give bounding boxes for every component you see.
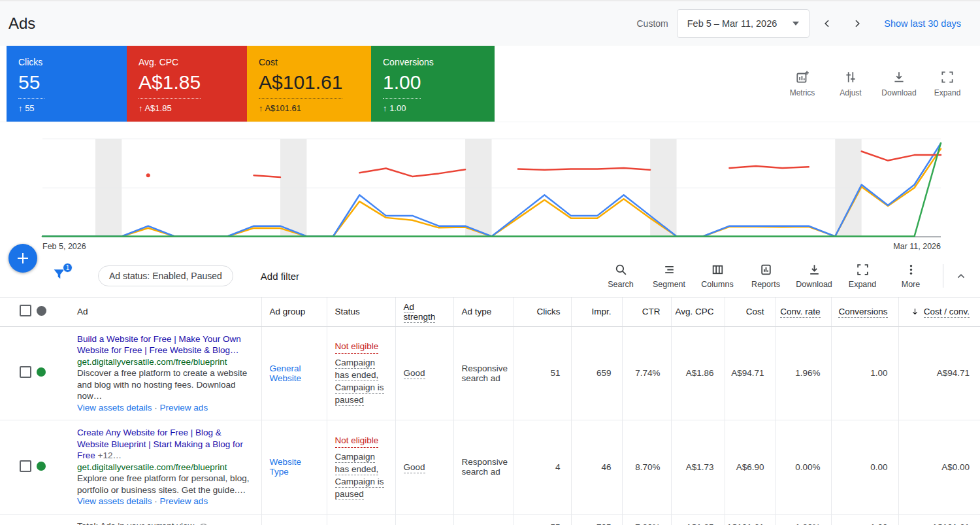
add-filter-button[interactable]: Add filter bbox=[261, 271, 299, 282]
scorecard-delta: 1.00 bbox=[389, 103, 406, 113]
column-header-cost[interactable]: Cost bbox=[746, 307, 764, 316]
reports-button[interactable]: Reports bbox=[742, 263, 790, 289]
conversions-value: 0.00 bbox=[870, 462, 887, 472]
table-row: Create Any Website for Free | Blog & Web… bbox=[0, 420, 980, 515]
scorecard-clicks[interactable]: Clicks 55 ↑ 55 bbox=[7, 46, 127, 122]
filter-button[interactable]: 1 bbox=[52, 267, 68, 284]
tool-label: Expand bbox=[929, 88, 966, 97]
scorecard-delta: A$1.85 bbox=[144, 103, 171, 113]
scorecard-cost[interactable]: Cost A$101.61 ↑ A$101.61 bbox=[247, 46, 371, 122]
column-header-avg-cpc[interactable]: Avg. CPC bbox=[675, 307, 713, 316]
tool-label: Download bbox=[881, 88, 917, 97]
cost-per-conv-value: A$0.00 bbox=[941, 462, 970, 472]
toolbar-divider bbox=[943, 264, 943, 288]
expand-icon bbox=[940, 70, 955, 84]
adjust-icon bbox=[843, 70, 858, 84]
preview-ads-link[interactable]: Preview ads bbox=[160, 403, 208, 413]
date-custom-label: Custom bbox=[637, 18, 668, 29]
status-not-eligible[interactable]: Not eligible bbox=[335, 434, 379, 448]
tool-label: Columns bbox=[693, 280, 742, 289]
conv-rate-value: 1.96% bbox=[795, 368, 820, 378]
add-ad-fab-button[interactable] bbox=[8, 244, 37, 273]
column-header-ad-type[interactable]: Ad type bbox=[462, 307, 492, 316]
show-last-30-days-link[interactable]: Show last 30 days bbox=[884, 18, 961, 29]
enabled-status-dot bbox=[37, 462, 46, 471]
view-assets-details-link[interactable]: View assets details bbox=[77, 403, 152, 413]
scorecard-delta: A$101.61 bbox=[265, 103, 301, 113]
date-next-button[interactable] bbox=[845, 11, 870, 36]
scorecard-label: Clicks bbox=[18, 57, 119, 67]
column-header-ad-strength[interactable]: Ad strength bbox=[404, 302, 436, 323]
chevron-up-icon bbox=[955, 270, 967, 282]
search-button[interactable]: Search bbox=[596, 263, 645, 289]
view-assets-details-link[interactable]: View assets details bbox=[77, 496, 152, 506]
ad-strength-value[interactable]: Good bbox=[404, 368, 425, 379]
scorecard-label: Avg. CPC bbox=[139, 57, 239, 67]
status-reason[interactable]: Campaign is paused bbox=[335, 477, 384, 500]
scorecard-conversions[interactable]: Conversions 1.00 ↑ 1.00 bbox=[371, 46, 495, 122]
arrow-up-icon: ↑ bbox=[383, 103, 387, 113]
metrics-icon bbox=[795, 70, 809, 84]
column-header-cost-conv[interactable]: Cost / conv. bbox=[924, 307, 970, 318]
filter-count-badge: 1 bbox=[63, 263, 73, 273]
metrics-button[interactable]: Metrics bbox=[784, 70, 821, 97]
column-header-conversions[interactable]: Conversions bbox=[838, 307, 887, 318]
ad-strength-value[interactable]: Good bbox=[404, 462, 425, 473]
tool-label: Search bbox=[596, 280, 645, 289]
total-avg-cpc: A$1.85 bbox=[686, 522, 714, 525]
ad-headline: Build a Website for Free | Make Your Own… bbox=[77, 334, 241, 356]
scorecard-avg-cpc[interactable]: Avg. CPC A$1.85 ↑ A$1.85 bbox=[127, 46, 247, 122]
performance-chart-section: Feb 5, 2026 Mar 11, 2026 bbox=[0, 122, 980, 255]
conversions-value: 1.00 bbox=[870, 368, 887, 378]
page-title: Ads bbox=[8, 14, 35, 33]
status-reason[interactable]: Campaign has ended, bbox=[335, 452, 379, 475]
tool-label: More bbox=[887, 280, 935, 289]
scorecard-strip: Clicks 55 ↑ 55 Avg. CPC A$1.85 ↑ A$1.85 … bbox=[0, 46, 980, 122]
column-header-ad[interactable]: Ad bbox=[77, 307, 88, 316]
column-header-status[interactable]: Status bbox=[335, 307, 360, 316]
scorecard-label: Cost bbox=[259, 57, 363, 67]
ad-description: Explore one free platform for personal, … bbox=[77, 473, 249, 495]
scorecard-value: 55 bbox=[18, 71, 44, 99]
arrow-up-icon: ↑ bbox=[259, 103, 263, 113]
download-icon bbox=[808, 263, 821, 277]
chart-toolbar: Metrics Adjust Download Expand bbox=[784, 70, 980, 97]
download-button[interactable]: Download bbox=[881, 70, 917, 97]
scorecard-value: 1.00 bbox=[383, 71, 421, 99]
ad-group-link[interactable]: General Website bbox=[270, 364, 302, 383]
cost-per-conv-value: A$94.71 bbox=[937, 368, 970, 378]
tool-label: Metrics bbox=[784, 88, 821, 97]
performance-chart[interactable] bbox=[42, 139, 941, 237]
segment-button[interactable]: Segment bbox=[645, 263, 693, 289]
collapse-table-button[interactable] bbox=[951, 266, 971, 286]
date-range-picker[interactable]: Feb 5 – Mar 11, 2026 bbox=[677, 9, 810, 38]
more-button[interactable]: More bbox=[887, 263, 935, 289]
ad-group-link[interactable]: Website Type bbox=[270, 457, 302, 477]
row-checkbox[interactable] bbox=[20, 366, 31, 378]
status-not-eligible[interactable]: Not eligible bbox=[335, 340, 379, 354]
expand-table-button[interactable]: Expand bbox=[838, 263, 887, 289]
column-header-ad-group[interactable]: Ad group bbox=[270, 307, 306, 316]
scorecard-value: A$1.85 bbox=[139, 71, 201, 99]
cost-value: A$6.90 bbox=[736, 462, 764, 472]
expand-button[interactable]: Expand bbox=[929, 70, 966, 97]
impressions-value: 46 bbox=[601, 462, 611, 472]
column-header-impr[interactable]: Impr. bbox=[591, 307, 611, 316]
adjust-button[interactable]: Adjust bbox=[832, 70, 869, 97]
reports-icon bbox=[759, 263, 773, 277]
preview-ads-link[interactable]: Preview ads bbox=[160, 496, 208, 506]
column-header-clicks[interactable]: Clicks bbox=[537, 307, 561, 316]
tool-label: Adjust bbox=[832, 88, 869, 97]
date-prev-button[interactable] bbox=[815, 11, 840, 36]
status-reason[interactable]: Campaign is paused bbox=[335, 382, 384, 406]
select-all-checkbox[interactable] bbox=[20, 305, 31, 316]
status-reason[interactable]: Campaign has ended, bbox=[335, 358, 379, 381]
page-header: Ads Custom Feb 5 – Mar 11, 2026 Show las… bbox=[0, 0, 980, 46]
download-table-button[interactable]: Download bbox=[790, 263, 838, 289]
column-header-ctr[interactable]: CTR bbox=[642, 307, 661, 316]
row-checkbox[interactable] bbox=[20, 460, 31, 472]
column-header-conv-rate[interactable]: Conv. rate bbox=[780, 307, 820, 318]
ctr-value: 8.70% bbox=[635, 462, 660, 472]
ad-status-filter-chip[interactable]: Ad status: Enabled, Paused bbox=[98, 265, 233, 286]
columns-button[interactable]: Columns bbox=[693, 263, 742, 289]
